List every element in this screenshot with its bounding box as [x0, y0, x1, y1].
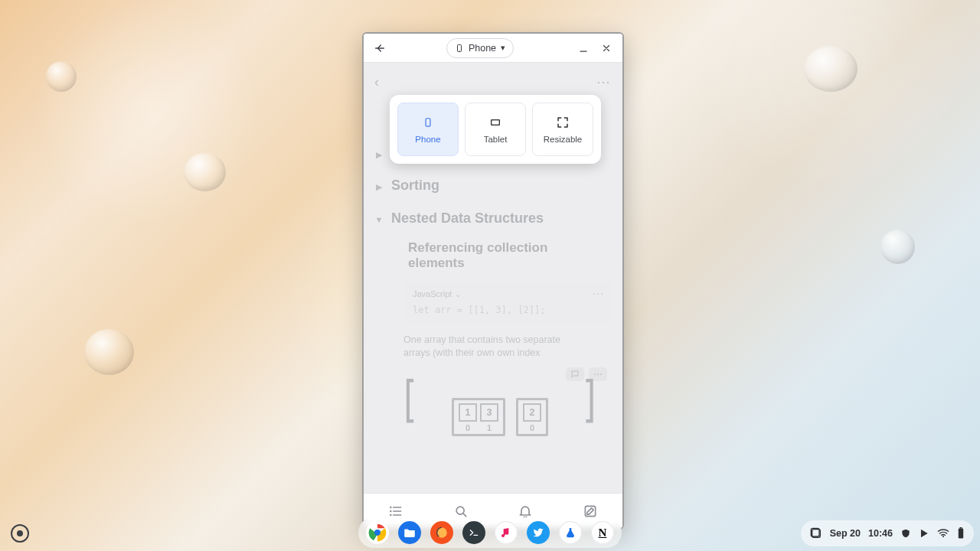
dock-icon-notion[interactable]: N: [591, 521, 614, 544]
comment-icon: [570, 370, 580, 379]
svg-point-3: [427, 125, 428, 126]
bracket-close: ]: [580, 375, 601, 424]
close-button[interactable]: [596, 38, 616, 58]
code-block[interactable]: JavaScript ⌄ ⋯ let arr = [[1, 3], [2]];: [403, 282, 612, 324]
triangle-right-icon: [374, 147, 384, 161]
diagram-group: 2 0: [516, 398, 548, 436]
bird-icon: [532, 527, 544, 539]
svg-rect-20: [959, 527, 962, 529]
wallpaper-droplet: [84, 329, 134, 375]
diagram-inner-groups: 1 3 0 1 2 0: [452, 398, 548, 436]
phone-icon: [423, 115, 433, 130]
arrow-left-icon: [374, 42, 386, 54]
device-option-label: Resizable: [544, 135, 583, 144]
dock-icon-app3[interactable]: [430, 521, 453, 544]
bracket-open: [: [399, 375, 420, 424]
svg-rect-19: [959, 529, 963, 539]
diagram-cell: 2: [523, 403, 541, 422]
tray-date: Sep 20: [830, 528, 861, 539]
svg-point-14: [374, 530, 381, 536]
block-caption: One array that contains two separate arr…: [403, 334, 580, 360]
device-option-tablet[interactable]: Tablet: [465, 103, 526, 156]
overview-icon: [810, 527, 822, 540]
device-option-phone[interactable]: Phone: [397, 103, 459, 156]
device-type-label: Phone: [469, 43, 496, 54]
chrome-icon: [368, 523, 387, 543]
wallpaper-droplet: [184, 153, 226, 191]
system-tray[interactable]: Sep 20 10:46: [801, 520, 974, 546]
device-type-popover: Phone Tablet Resizable: [390, 95, 601, 164]
diagram-group: 1 3 0 1: [452, 398, 505, 436]
notion-n-icon: N: [599, 527, 607, 540]
launcher-button[interactable]: [11, 524, 29, 543]
device-option-label: Phone: [415, 135, 440, 144]
page-header: ‹ ⋯: [374, 70, 612, 93]
system-shelf: N Sep 20 10:46: [0, 516, 980, 551]
app-window: Phone ▾ ‹ ⋯ Sorting: [362, 32, 624, 530]
section-title: Sorting: [391, 178, 439, 194]
svg-rect-5: [492, 120, 498, 124]
diagram-index: 1: [480, 423, 498, 432]
flask-icon: [564, 527, 577, 539]
chevron-left-icon[interactable]: ‹: [374, 74, 379, 90]
music-note-icon: [500, 527, 512, 539]
svg-point-1: [459, 50, 459, 51]
shield-icon: [900, 528, 911, 539]
code-more-button[interactable]: ⋯: [592, 286, 606, 301]
back-button[interactable]: [370, 38, 390, 58]
resizable-icon: [556, 115, 570, 130]
svg-point-7: [390, 510, 392, 512]
phone-icon: [455, 42, 464, 54]
battery-icon: [957, 527, 965, 540]
folder-icon: [403, 526, 416, 540]
section-row-nested[interactable]: Nested Data Structures: [374, 210, 612, 227]
code-language-label: JavaScript: [413, 289, 452, 298]
diagram-cell: 3: [480, 403, 498, 422]
wallpaper-droplet: [804, 46, 858, 92]
window-titlebar: Phone ▾: [364, 34, 622, 63]
caret-down-icon: ▾: [501, 43, 505, 53]
wallpaper-droplet: [880, 230, 915, 264]
wallpaper-droplet: [46, 61, 77, 92]
dock-icon-files[interactable]: [398, 521, 421, 544]
subsection-title: Referencing collection elements: [408, 240, 577, 271]
tablet-icon: [487, 115, 504, 130]
dock: N: [358, 517, 622, 548]
play-store-icon: [919, 528, 929, 539]
device-option-resizable[interactable]: Resizable: [532, 103, 593, 156]
device-option-label: Tablet: [484, 135, 508, 144]
array-diagram: ⋯ [ ] 1 3 0 1: [388, 372, 612, 471]
diagram-index: 0: [523, 423, 541, 432]
close-icon: [601, 43, 612, 54]
code-content: let arr = [[1, 3], [2]];: [413, 305, 603, 315]
swirl-icon: [435, 526, 449, 540]
section-title: Nested Data Structures: [391, 210, 544, 227]
page-more-button[interactable]: ⋯: [596, 73, 612, 90]
caret-down-icon: ⌄: [455, 290, 461, 298]
minimize-icon: [578, 43, 589, 54]
dock-icon-chrome[interactable]: [366, 521, 389, 544]
dock-icon-music[interactable]: [495, 521, 518, 544]
wifi-icon: [937, 529, 949, 538]
dock-icon-twitter[interactable]: [527, 521, 550, 544]
device-type-dropdown[interactable]: Phone ▾: [446, 38, 514, 58]
svg-point-18: [942, 536, 944, 537]
minimize-button[interactable]: [573, 38, 593, 58]
section-row-sorting[interactable]: Sorting: [374, 178, 612, 194]
terminal-icon: [468, 527, 480, 539]
diagram-index: 0: [459, 423, 477, 432]
dock-icon-lab[interactable]: [559, 521, 582, 544]
triangle-down-icon: [374, 212, 384, 226]
dock-icon-terminal[interactable]: [462, 521, 485, 544]
app-body: ‹ ⋯ Sorting Nested Data Structures Refer…: [364, 63, 622, 528]
triangle-right-icon: [374, 179, 384, 193]
code-language-picker[interactable]: JavaScript ⌄: [413, 289, 603, 298]
diagram-cell: 1: [459, 403, 477, 422]
tray-time: 10:46: [868, 528, 893, 539]
svg-point-6: [390, 506, 392, 508]
svg-point-9: [456, 507, 464, 514]
subsection-row[interactable]: Referencing collection elements: [391, 240, 612, 271]
